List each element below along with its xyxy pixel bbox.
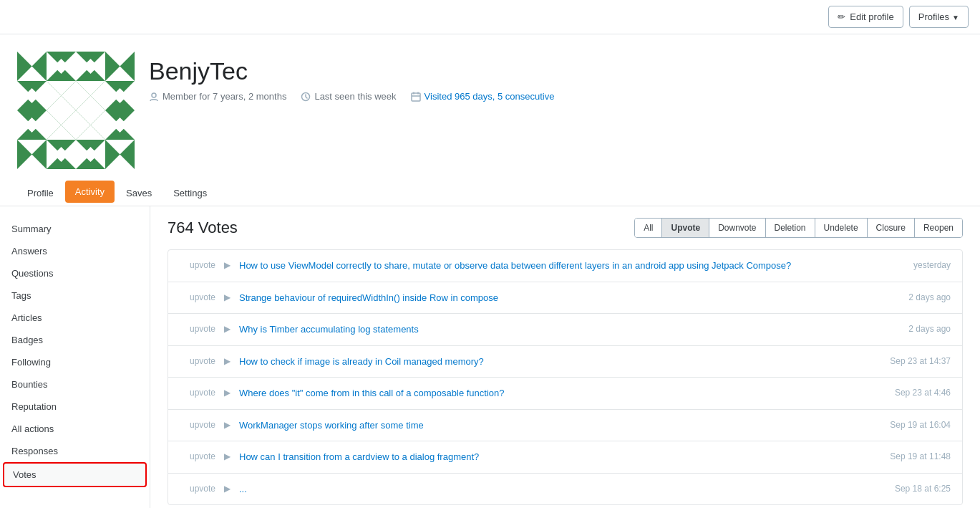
vote-content: Strange behaviour of requiredWidthIn() i… bbox=[239, 291, 863, 305]
vote-item: upvote ▶ How to check if image is alread… bbox=[168, 346, 962, 378]
filter-undelete[interactable]: Undelete bbox=[815, 219, 868, 237]
sidebar-item-reputation[interactable]: Reputation bbox=[0, 396, 150, 418]
profiles-button[interactable]: Profiles bbox=[909, 6, 969, 28]
sidebar-item-following[interactable]: Following bbox=[0, 351, 150, 373]
edit-profile-button[interactable]: Edit profile bbox=[828, 6, 903, 28]
votes-title: 764 Votes bbox=[168, 219, 238, 237]
vote-link[interactable]: How to check if image is already in Coil… bbox=[239, 356, 484, 367]
tab-profile[interactable]: Profile bbox=[17, 181, 64, 206]
vote-link[interactable]: WorkManager stops working after some tim… bbox=[239, 420, 424, 431]
member-since: Member for 7 years, 2 months bbox=[149, 91, 286, 102]
profile-header: BenjyTec Member for 7 years, 2 months La… bbox=[0, 34, 980, 181]
sidebar-item-bounties[interactable]: Bounties bbox=[0, 373, 150, 396]
sidebar-item-votes[interactable]: Votes bbox=[3, 462, 147, 487]
vote-type-label: upvote bbox=[180, 418, 215, 430]
vote-item: upvote ▶ How can I transition from a car… bbox=[168, 441, 962, 474]
vote-timestamp: Sep 19 at 16:04 bbox=[872, 418, 951, 430]
vote-timestamp: 2 days ago bbox=[872, 322, 951, 334]
sidebar-item-all-actions[interactable]: All actions bbox=[0, 418, 150, 440]
vote-timestamp: yesterday bbox=[872, 259, 951, 270]
vote-timestamp: Sep 19 at 11:48 bbox=[872, 450, 951, 461]
tab-activity[interactable]: Activity bbox=[65, 181, 115, 203]
vote-content: How to use ViewModel correctly to share,… bbox=[239, 259, 863, 273]
sidebar-item-questions[interactable]: Questions bbox=[0, 262, 150, 284]
vote-arrow-icon: ▶ bbox=[224, 482, 231, 494]
calendar-icon bbox=[411, 92, 421, 102]
votes-header: 764 Votes All Upvote Downvote Deletion U… bbox=[168, 218, 963, 238]
vote-content: ... bbox=[239, 482, 863, 497]
sidebar-item-responses[interactable]: Responses bbox=[0, 440, 150, 462]
vote-item: upvote ▶ Strange behaviour of requiredWi… bbox=[168, 282, 962, 315]
filter-upvote[interactable]: Upvote bbox=[662, 219, 709, 237]
vote-link[interactable]: Strange behaviour of requiredWidthIn() i… bbox=[239, 292, 498, 303]
vote-arrow-icon: ▶ bbox=[224, 386, 231, 398]
vote-type-label: upvote bbox=[180, 291, 215, 302]
sidebar-item-articles[interactable]: Articles bbox=[0, 307, 150, 329]
sidebar-item-tags[interactable]: Tags bbox=[0, 284, 150, 307]
vote-type-label: upvote bbox=[180, 355, 215, 366]
vote-link[interactable]: Why is Timber accumulating log statement… bbox=[239, 324, 419, 335]
vote-arrow-icon: ▶ bbox=[224, 418, 231, 430]
vote-item: upvote ▶ Why is Timber accumulating log … bbox=[168, 314, 962, 346]
vote-type-label: upvote bbox=[180, 450, 215, 461]
vote-arrow-icon: ▶ bbox=[224, 322, 231, 334]
tab-settings[interactable]: Settings bbox=[163, 181, 217, 206]
vote-link[interactable]: Where does "it" come from in this call o… bbox=[239, 388, 505, 398]
vote-timestamp: Sep 23 at 4:46 bbox=[872, 386, 951, 398]
vote-item: upvote ▶ Where does "it" come from in th… bbox=[168, 378, 962, 410]
avatar-container bbox=[17, 52, 135, 169]
sidebar-item-summary[interactable]: Summary bbox=[0, 218, 150, 240]
vote-link[interactable]: How to use ViewModel correctly to share,… bbox=[239, 260, 791, 271]
vote-link[interactable]: How can I transition from a cardview to … bbox=[239, 451, 479, 462]
vote-content: How can I transition from a cardview to … bbox=[239, 450, 863, 464]
nav-tabs: Profile Activity Saves Settings bbox=[0, 181, 980, 206]
filter-reopen[interactable]: Reopen bbox=[915, 219, 962, 237]
filter-buttons: All Upvote Downvote Deletion Undelete Cl… bbox=[634, 218, 963, 238]
last-seen: Last seen this week bbox=[301, 91, 396, 102]
pencil-icon bbox=[838, 11, 845, 22]
vote-content: WorkManager stops working after some tim… bbox=[239, 418, 863, 433]
svg-rect-67 bbox=[412, 93, 420, 101]
top-bar: Edit profile Profiles bbox=[0, 0, 980, 34]
filter-all[interactable]: All bbox=[635, 219, 662, 237]
chevron-down-icon bbox=[952, 11, 959, 22]
vote-timestamp: Sep 18 at 6:25 bbox=[872, 482, 951, 494]
member-icon bbox=[149, 92, 159, 102]
vote-arrow-icon: ▶ bbox=[224, 259, 231, 270]
profile-info: BenjyTec Member for 7 years, 2 months La… bbox=[149, 52, 554, 102]
tab-saves[interactable]: Saves bbox=[116, 181, 162, 206]
vote-content: Where does "it" come from in this call o… bbox=[239, 386, 863, 401]
avatar-svg bbox=[17, 52, 135, 169]
vote-type-label: upvote bbox=[180, 259, 215, 270]
sidebar: Summary Answers Questions Tags Articles … bbox=[0, 206, 150, 508]
vote-content: How to check if image is already in Coil… bbox=[239, 355, 863, 369]
content-area: 764 Votes All Upvote Downvote Deletion U… bbox=[150, 206, 980, 508]
meta-info: Member for 7 years, 2 months Last seen t… bbox=[149, 91, 554, 102]
vote-type-label: upvote bbox=[180, 322, 215, 334]
vote-item: upvote ▶ WorkManager stops working after… bbox=[168, 410, 962, 442]
svg-point-65 bbox=[152, 93, 156, 97]
sidebar-item-answers[interactable]: Answers bbox=[0, 240, 150, 262]
vote-timestamp: Sep 23 at 14:37 bbox=[872, 355, 951, 366]
sidebar-item-badges[interactable]: Badges bbox=[0, 329, 150, 351]
username: BenjyTec bbox=[149, 57, 554, 85]
filter-downvote[interactable]: Downvote bbox=[709, 219, 765, 237]
vote-item: upvote ▶ How to use ViewModel correctly … bbox=[168, 250, 962, 282]
vote-item: upvote ▶ ... Sep 18 at 6:25 bbox=[168, 474, 962, 505]
vote-arrow-icon: ▶ bbox=[224, 291, 231, 302]
filter-deletion[interactable]: Deletion bbox=[766, 219, 815, 237]
vote-content: Why is Timber accumulating log statement… bbox=[239, 322, 863, 337]
vote-link[interactable]: ... bbox=[239, 484, 247, 494]
visited: Visited 965 days, 5 consecutive bbox=[411, 91, 555, 102]
vote-arrow-icon: ▶ bbox=[224, 355, 231, 366]
vote-timestamp: 2 days ago bbox=[872, 291, 951, 302]
vote-type-label: upvote bbox=[180, 386, 215, 398]
filter-closure[interactable]: Closure bbox=[868, 219, 915, 237]
clock-icon bbox=[301, 92, 311, 102]
vote-list: upvote ▶ How to use ViewModel correctly … bbox=[168, 249, 963, 505]
main-layout: Summary Answers Questions Tags Articles … bbox=[0, 206, 980, 508]
vote-arrow-icon: ▶ bbox=[224, 450, 231, 461]
vote-type-label: upvote bbox=[180, 482, 215, 494]
